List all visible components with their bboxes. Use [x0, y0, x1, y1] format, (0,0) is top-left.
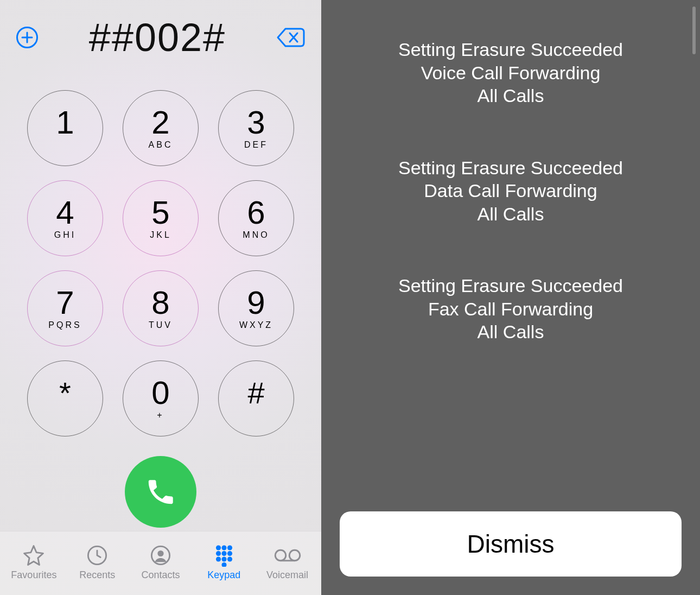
tab-favourites[interactable]: Favourites [4, 543, 63, 581]
plus-icon [21, 31, 33, 43]
voicemail-icon [273, 544, 302, 567]
key-digit: 0 [151, 377, 169, 409]
voicemail-icon-wrapper [273, 543, 302, 567]
key-letters: MNO [243, 230, 269, 240]
svg-point-3 [216, 545, 221, 550]
svg-point-7 [221, 551, 226, 556]
tab-label: Keypad [207, 569, 240, 581]
dialed-number-display: ##002# [89, 15, 226, 60]
svg-point-2 [157, 550, 163, 556]
response-line: All Calls [343, 320, 678, 344]
key-7[interactable]: 7PQRS [27, 270, 103, 346]
key-digit: 9 [247, 287, 265, 319]
key-digit: * [59, 378, 71, 408]
carrier-response-overlay: Setting Erasure SucceededVoice Call Forw… [321, 0, 700, 595]
dismiss-button[interactable]: Dismiss [340, 511, 682, 577]
response-line: Fax Call Forwarding [343, 298, 678, 321]
key-letters: TUV [149, 320, 173, 330]
favourites-icon-wrapper [22, 543, 45, 567]
tab-keypad[interactable]: Keypad [194, 543, 254, 581]
svg-point-14 [289, 550, 300, 561]
recents-icon-wrapper [86, 543, 109, 567]
key-5[interactable]: 5JKL [123, 180, 199, 256]
svg-point-11 [227, 556, 232, 561]
svg-point-13 [275, 550, 286, 561]
key-8[interactable]: 8TUV [123, 270, 199, 346]
svg-point-6 [216, 551, 221, 556]
keypad-icon-wrapper [213, 543, 236, 567]
dialer-screen: ##002# 12ABC3DEF4GHI5JKL6MNO7PQRS8TUV9WX… [0, 0, 321, 595]
key-letters: + [157, 410, 164, 420]
key-4[interactable]: 4GHI [27, 180, 103, 256]
key-letters: JKL [150, 230, 171, 240]
response-line: All Calls [343, 84, 678, 107]
response-message: Setting Erasure SucceededVoice Call Forw… [343, 38, 678, 107]
contacts-icon-wrapper [149, 543, 172, 567]
tab-voicemail[interactable]: Voicemail [258, 543, 317, 581]
key-letters: WXYZ [239, 320, 273, 330]
tab-label: Recents [79, 569, 115, 581]
response-messages: Setting Erasure SucceededVoice Call Forw… [321, 0, 700, 511]
response-line: Setting Erasure Succeeded [343, 156, 678, 180]
response-line: Voice Call Forwarding [343, 61, 678, 85]
key-3[interactable]: 3DEF [218, 90, 294, 166]
key-*[interactable]: * [27, 360, 103, 436]
tab-label: Voicemail [266, 569, 308, 581]
call-button[interactable] [125, 456, 196, 528]
backspace-button[interactable] [277, 27, 305, 48]
response-message: Setting Erasure SucceededData Call Forwa… [343, 156, 678, 226]
svg-point-8 [227, 551, 232, 556]
key-digit: 2 [151, 106, 169, 139]
key-digit: 1 [56, 106, 74, 139]
key-letters: DEF [244, 140, 268, 150]
tab-contacts[interactable]: Contacts [131, 543, 190, 581]
response-message: Setting Erasure SucceededFax Call Forwar… [343, 274, 678, 344]
svg-point-9 [216, 556, 221, 561]
clock-icon [86, 544, 109, 567]
key-6[interactable]: 6MNO [218, 180, 294, 256]
key-1[interactable]: 1 [27, 90, 103, 166]
key-letters: GHI [54, 230, 76, 240]
svg-point-12 [221, 562, 226, 567]
star-icon [22, 544, 45, 567]
key-digit: 5 [151, 197, 169, 229]
key-digit: 7 [56, 287, 74, 319]
key-digit: 4 [56, 197, 74, 229]
tab-label: Favourites [11, 569, 56, 581]
key-letters: ABC [149, 140, 173, 150]
add-contact-button[interactable] [16, 27, 38, 48]
key-digit: 3 [247, 106, 265, 139]
response-line: All Calls [343, 202, 678, 226]
key-2[interactable]: 2ABC [123, 90, 199, 166]
svg-point-5 [227, 545, 232, 550]
key-letters: PQRS [48, 320, 81, 330]
tab-label: Contacts [141, 569, 180, 581]
tab-recents[interactable]: Recents [67, 543, 127, 581]
svg-point-4 [221, 545, 226, 550]
contact-icon [149, 544, 172, 567]
keypad-icon [213, 544, 236, 567]
response-line: Setting Erasure Succeeded [343, 38, 678, 61]
key-#[interactable]: # [218, 360, 294, 436]
key-digit: 8 [151, 287, 169, 319]
keypad-grid: 12ABC3DEF4GHI5JKL6MNO7PQRS8TUV9WXYZ*0+# [0, 60, 321, 446]
key-0[interactable]: 0+ [123, 360, 199, 436]
scrollbar-thumb[interactable] [692, 7, 696, 54]
backspace-icon [277, 27, 305, 48]
svg-point-10 [221, 556, 226, 561]
tab-bar: FavouritesRecentsContactsKeypadVoicemail [0, 531, 321, 595]
phone-icon [145, 476, 176, 508]
key-9[interactable]: 9WXYZ [218, 270, 294, 346]
key-digit: 6 [247, 197, 265, 229]
key-digit: # [247, 378, 264, 408]
response-line: Setting Erasure Succeeded [343, 274, 678, 298]
response-line: Data Call Forwarding [343, 179, 678, 202]
